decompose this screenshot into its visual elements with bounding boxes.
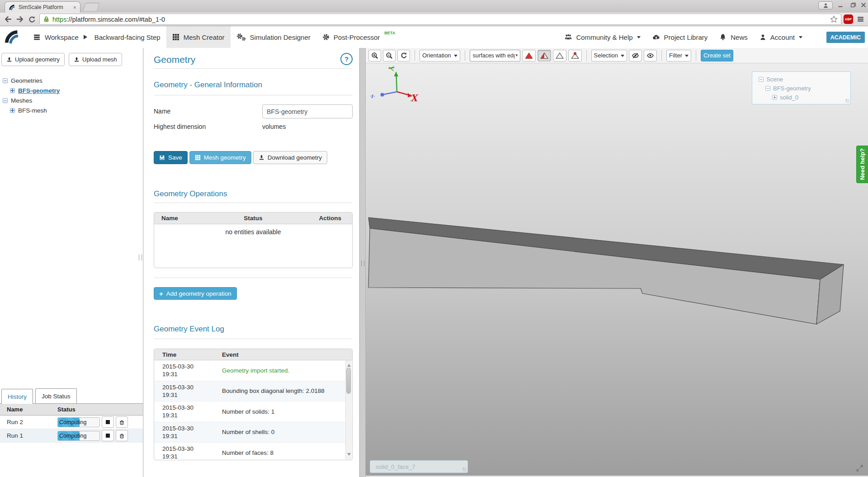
expand-icon[interactable]: [772, 95, 777, 100]
tab-close-icon[interactable]: ×: [73, 5, 76, 10]
run-name: Run 2: [0, 419, 57, 425]
event-date: 2015-03-30: [162, 363, 222, 370]
resize-handle[interactable]: [462, 468, 467, 472]
progress-bar: Computing: [57, 431, 100, 441]
scrollbar[interactable]: [345, 360, 352, 459]
triangle-outline-icon: [556, 52, 564, 59]
panel-resize-grip[interactable]: [139, 255, 142, 260]
scene-tree-panel[interactable]: Scene BFS-geometry solid_0: [752, 71, 851, 104]
expand-icon[interactable]: [10, 108, 15, 113]
nav-news[interactable]: News: [713, 26, 754, 48]
stop-run-button[interactable]: [102, 416, 114, 428]
select-face-button[interactable]: [538, 50, 551, 61]
collapse-icon[interactable]: [3, 98, 8, 103]
triangle-vertex-icon: [571, 52, 579, 59]
scroll-down-icon[interactable]: [347, 453, 351, 458]
news-label: News: [731, 33, 748, 41]
scene-tree-item-geometry[interactable]: BFS-geometry: [752, 84, 850, 93]
nav-community-help[interactable]: Community & Help: [558, 26, 646, 48]
nav-simulation-designer[interactable]: Simulation Designer: [231, 26, 316, 48]
face-name: solid_0_face_7: [376, 463, 415, 470]
browser-menu-button[interactable]: [855, 14, 865, 24]
new-tab-button[interactable]: [83, 3, 100, 11]
need-help-tab[interactable]: Need help?: [856, 146, 868, 183]
table-row: 2015-03-3019:31 Number of faces: 8: [154, 443, 352, 460]
upload-icon: [74, 57, 80, 62]
bookmark-star-icon[interactable]: [830, 15, 838, 23]
upload-mesh-button[interactable]: Upload mesh: [69, 53, 122, 66]
geometry-name-input[interactable]: [262, 104, 353, 118]
project-library-label: Project Library: [664, 33, 708, 41]
orientation-dropdown[interactable]: Orientation: [420, 50, 460, 61]
academic-badge: ACADEMIC: [826, 32, 865, 43]
collapse-icon[interactable]: [765, 86, 770, 91]
address-bar[interactable]: https://platform.simscale.com/#tab_1-0: [39, 14, 841, 25]
progress-bar: Computing: [57, 417, 100, 427]
delete-run-button[interactable]: [116, 430, 128, 441]
select-volume-button[interactable]: [522, 50, 536, 61]
tree-item-meshes[interactable]: Meshes: [0, 95, 143, 105]
scene-tree-item-solid[interactable]: solid_0: [752, 93, 850, 102]
table-row[interactable]: Run 2 Computing: [0, 416, 143, 429]
filter-dropdown[interactable]: Filter: [666, 50, 691, 61]
expand-icon[interactable]: [10, 88, 15, 93]
bfs-geometry-link[interactable]: BFS-geometry: [18, 87, 60, 94]
hide-selection-button[interactable]: [629, 50, 642, 61]
collapse-icon[interactable]: [759, 77, 764, 82]
table-row[interactable]: Run 1 Computing: [0, 429, 143, 443]
stop-run-button[interactable]: [102, 430, 114, 441]
save-button[interactable]: Save: [154, 151, 188, 164]
show-all-button[interactable]: [644, 50, 657, 61]
render-canvas[interactable]: X Y Z Scene BFS-geometry solid_0: [366, 63, 868, 476]
tree-item-geometries[interactable]: Geometries: [0, 76, 143, 85]
select-edge-button[interactable]: [553, 50, 566, 61]
reset-view-button[interactable]: [397, 50, 410, 61]
minimize-button[interactable]: [835, 1, 846, 9]
create-set-button[interactable]: Create set: [701, 50, 733, 61]
zoom-in-button[interactable]: [368, 50, 381, 61]
nav-account[interactable]: Account: [754, 26, 808, 48]
geometry-mesh-tree: Geometries BFS-geometry Meshes BFS-mesh: [0, 76, 143, 115]
adblock-icon[interactable]: ABP: [844, 14, 853, 24]
scene-tree-item-scene[interactable]: Scene: [752, 75, 850, 84]
event-time: 19:31: [162, 453, 222, 460]
person-icon: [823, 3, 829, 9]
tab-history[interactable]: History: [1, 389, 33, 404]
profile-button[interactable]: [818, 1, 833, 9]
panel-splitter[interactable]: [359, 48, 366, 477]
nav-project-library[interactable]: Project Library: [646, 26, 714, 48]
zoom-out-button[interactable]: [383, 50, 396, 61]
download-geometry-button[interactable]: Download geometry: [253, 151, 327, 164]
mesh-icon: [195, 155, 201, 161]
render-mode-select[interactable]: surfaces with edg ▼: [470, 50, 520, 61]
fullscreen-icon[interactable]: [856, 464, 863, 472]
tab-job-status[interactable]: Job Status: [35, 388, 77, 403]
mesh-geometry-button[interactable]: Mesh geometry: [189, 151, 251, 164]
nav-mesh-creator[interactable]: Mesh Creator: [166, 26, 231, 48]
reload-button[interactable]: [27, 14, 37, 24]
close-button[interactable]: [858, 1, 868, 9]
select-vertex-button[interactable]: [568, 50, 582, 61]
tree-item-bfs-mesh[interactable]: BFS-mesh: [0, 105, 143, 115]
event-message: Number of shells: 0: [222, 429, 283, 435]
delete-run-button[interactable]: [116, 416, 128, 428]
browser-tab-strip: SimScale Platform ×: [0, 0, 868, 13]
browser-tab[interactable]: SimScale Platform ×: [5, 1, 80, 13]
nav-workspace[interactable]: Workspace Backward-facing Step: [27, 26, 166, 48]
back-button[interactable]: [3, 14, 13, 24]
tree-item-bfs-geometry[interactable]: BFS-geometry: [0, 85, 143, 95]
collapse-icon[interactable]: [3, 78, 8, 83]
selection-dropdown[interactable]: Selection: [591, 50, 627, 61]
add-geometry-operation-label: Add geometry operation: [166, 290, 231, 297]
help-button[interactable]: ?: [340, 53, 353, 65]
resize-handle[interactable]: [845, 99, 849, 103]
scrollbar-thumb[interactable]: [346, 368, 351, 394]
nav-post-processor[interactable]: Post-Processor BETA: [316, 26, 401, 48]
url-scheme: https: [52, 16, 66, 23]
splitter-grip[interactable]: [361, 260, 364, 266]
scroll-up-icon[interactable]: [347, 362, 351, 367]
restore-button[interactable]: [847, 1, 859, 9]
forward-button[interactable]: [15, 14, 25, 24]
upload-geometry-button[interactable]: Upload geometry: [1, 53, 65, 66]
add-geometry-operation-button[interactable]: + Add geometry operation: [154, 287, 237, 300]
